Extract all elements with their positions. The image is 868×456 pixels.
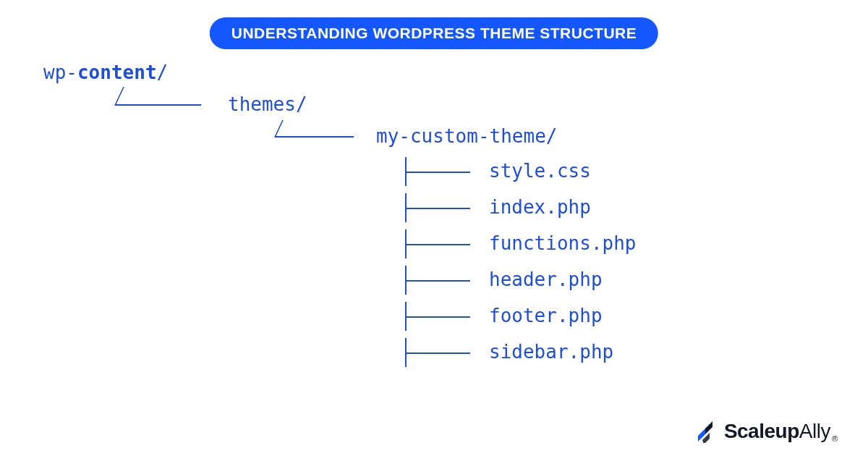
brand-reg: ® (832, 434, 838, 443)
root-suffix: / (157, 62, 169, 83)
tree-file: functions.php (489, 233, 637, 255)
tree-level1: themes/ (228, 94, 307, 116)
branch-icon (405, 342, 470, 363)
connector-icon (114, 87, 210, 106)
page-title: UNDERSTANDING WORDPRESS THEME STRUCTURE (210, 17, 658, 49)
connector-icon (274, 120, 362, 138)
brand-text-2: Ally (799, 420, 830, 443)
tree-level2: my-custom-theme/ (376, 126, 557, 148)
brand-logo: ScaleupAlly® (695, 420, 836, 443)
tree-file-row: footer.php (405, 305, 603, 327)
tree-file: footer.php (489, 305, 603, 327)
logo-icon (695, 420, 718, 443)
branch-icon (405, 270, 470, 290)
root-bold: content (77, 62, 157, 83)
brand-text-1: Scaleup (724, 420, 799, 443)
tree-file: sidebar.php (489, 342, 613, 363)
tree-file-row: sidebar.php (405, 342, 613, 363)
tree-file: header.php (489, 269, 603, 291)
tree-file-row: functions.php (405, 233, 637, 255)
tree-file: index.php (489, 197, 591, 219)
branch-icon (405, 234, 470, 254)
root-prefix: wp- (43, 62, 77, 83)
tree-root: wp-content/ (43, 62, 168, 84)
branch-icon (405, 306, 470, 326)
tree-file-row: style.css (405, 161, 591, 182)
branch-icon (405, 198, 470, 218)
branch-icon (405, 161, 470, 182)
tree-file-row: index.php (405, 197, 591, 219)
tree-file: style.css (489, 161, 591, 182)
tree-file-row: header.php (405, 269, 603, 291)
